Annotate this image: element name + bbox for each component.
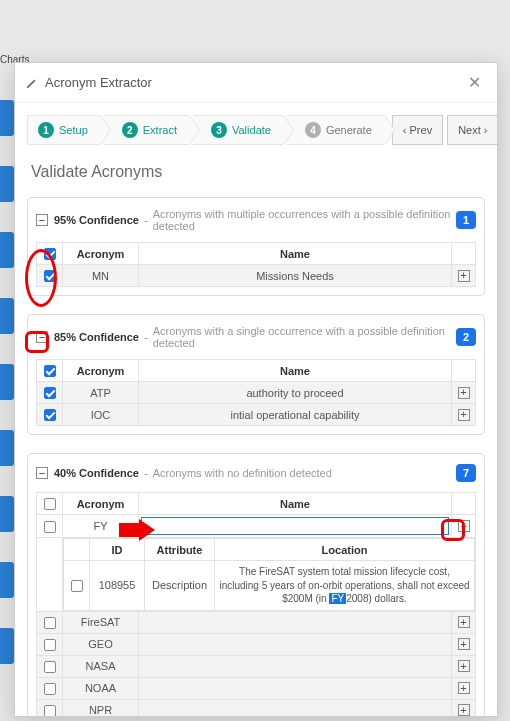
table-row[interactable]: NOAA + [37,677,476,699]
confidence-desc: Acronyms with no definition detected [153,467,456,479]
step-validate[interactable]: 3 Validate [193,115,283,145]
detail-row[interactable]: 108955 Description The FireSAT system to… [64,561,475,611]
col-acronym: Acronym [63,493,139,515]
cell-name: intial operational capability [139,404,452,426]
count-badge: 7 [456,464,476,482]
expand-row-icon[interactable]: + [458,387,470,399]
cell-name [139,655,452,677]
wizard-steps: 1 Setup 2 Extract 3 Validate 4 Generate … [27,115,485,145]
row-checkbox[interactable] [44,705,56,716]
row-checkbox[interactable] [44,639,56,651]
table-row[interactable]: NASA + [37,655,476,677]
dialog-header: Acronym Extractor ✕ [15,63,497,103]
collapse-toggle[interactable]: − [36,331,48,343]
cell-name [139,699,452,716]
table-row[interactable]: MN Missions Needs + [37,265,476,287]
next-button[interactable]: Next › [447,115,497,145]
cell-id: 108955 [90,561,145,611]
acronym-table: Acronym Name FY − [36,492,476,716]
cell-name: Missions Needs [139,265,452,287]
step-number: 2 [122,122,138,138]
prev-label: Prev [410,124,433,136]
prev-button[interactable]: ‹ Prev [392,115,443,145]
cell-name [139,677,452,699]
expand-row-icon[interactable]: + [458,660,470,672]
cell-acronym: MN [63,265,139,287]
confidence-label: 40% Confidence [54,467,139,479]
step-label: Validate [232,124,271,136]
step-label: Extract [143,124,177,136]
step-label: Setup [59,124,88,136]
step-generate[interactable]: 4 Generate [287,115,384,145]
confidence-panel-85: − 85% Confidence - Acronyms with a singl… [27,314,485,435]
step-number: 3 [211,122,227,138]
next-label: Next [458,124,481,136]
row-checkbox[interactable] [44,683,56,695]
count-badge: 1 [456,211,476,229]
col-location: Location [215,539,475,561]
pencil-icon [25,76,39,90]
name-input[interactable] [141,517,449,535]
row-checkbox[interactable] [44,387,56,399]
page-title: Validate Acronyms [31,163,481,181]
confidence-desc: Acronyms with a single occurrence with a… [153,325,456,349]
cell-name [139,633,452,655]
step-number: 1 [38,122,54,138]
table-row[interactable]: IOC intial operational capability + [37,404,476,426]
confidence-label: 95% Confidence [54,214,139,226]
acronym-table: Acronym Name MN Missions Needs + [36,242,476,287]
col-acronym: Acronym [63,243,139,265]
row-checkbox[interactable] [44,661,56,673]
chevron-left-icon: ‹ [403,124,407,136]
collapse-row-icon[interactable]: − [458,520,470,532]
row-checkbox[interactable] [44,270,56,282]
select-all-checkbox[interactable] [44,498,56,510]
cell-acronym: NASA [63,655,139,677]
cell-name [139,611,452,633]
expand-row-icon[interactable]: + [458,616,470,628]
row-checkbox[interactable] [71,580,83,592]
step-label: Generate [326,124,372,136]
cell-name: authority to proceed [139,382,452,404]
expand-row-icon[interactable]: + [458,682,470,694]
detail-table: ID Attribute Location 108955 Description… [63,538,475,611]
background-side-tabs [0,100,14,700]
acronym-extractor-dialog: Acronym Extractor ✕ 1 Setup 2 Extract 3 … [14,62,498,717]
confidence-panel-40: − 40% Confidence - Acronyms with no defi… [27,453,485,716]
expand-row-icon[interactable]: + [458,409,470,421]
cell-acronym: NOAA [63,677,139,699]
row-checkbox[interactable] [44,409,56,421]
close-button[interactable]: ✕ [462,71,487,94]
cell-attribute: Description [145,561,215,611]
table-row[interactable]: NPR + [37,699,476,716]
step-extract[interactable]: 2 Extract [104,115,189,145]
step-setup[interactable]: 1 Setup [27,115,100,145]
col-name: Name [139,493,452,515]
row-checkbox[interactable] [44,521,56,533]
row-checkbox[interactable] [44,617,56,629]
acronym-table: Acronym Name ATP authority to proceed + … [36,359,476,426]
col-id: ID [90,539,145,561]
cell-acronym: ATP [63,382,139,404]
dialog-body: 1 Setup 2 Extract 3 Validate 4 Generate … [15,103,497,716]
table-row-fy[interactable]: FY − [37,515,476,538]
count-badge: 2 [456,328,476,346]
col-acronym: Acronym [63,360,139,382]
expand-row-icon[interactable]: + [458,270,470,282]
expand-row-icon[interactable]: + [458,638,470,650]
select-all-checkbox[interactable] [44,365,56,377]
dialog-title: Acronym Extractor [45,75,462,90]
table-row[interactable]: ATP authority to proceed + [37,382,476,404]
cell-location: The FireSAT system total mission lifecyc… [215,561,475,611]
cell-acronym: GEO [63,633,139,655]
confidence-label: 85% Confidence [54,331,139,343]
confidence-desc: Acronyms with multiple occurrences with … [153,208,456,232]
table-row[interactable]: GEO + [37,633,476,655]
select-all-checkbox[interactable] [44,248,56,260]
cell-acronym: NPR [63,699,139,716]
collapse-toggle[interactable]: − [36,214,48,226]
expand-row-icon[interactable]: + [458,704,470,716]
step-number: 4 [305,122,321,138]
table-row[interactable]: FireSAT + [37,611,476,633]
collapse-toggle[interactable]: − [36,467,48,479]
